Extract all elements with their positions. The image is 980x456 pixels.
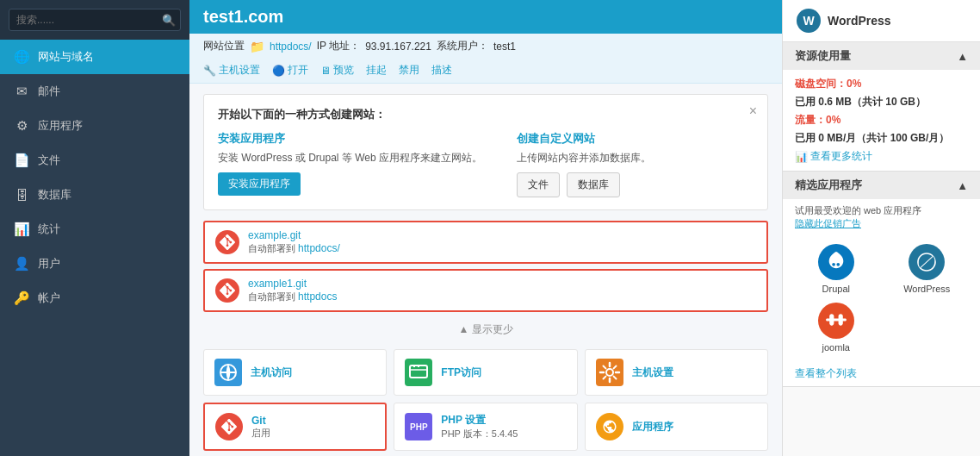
- disable-link[interactable]: 禁用: [399, 63, 419, 78]
- apps-feature-icon: [596, 413, 623, 440]
- location-label: 网站位置: [203, 39, 245, 53]
- sidebar-item-mail[interactable]: ✉ 邮件: [0, 74, 189, 109]
- database-button[interactable]: 数据库: [567, 172, 620, 197]
- resources-header: 资源使用量 ▲: [783, 42, 980, 70]
- info-row1: 网站位置 📁 httpdocs/ IP 地址： 93.91.167.221 系统…: [203, 39, 516, 53]
- host-settings-link[interactable]: 🔧 主机设置: [203, 63, 260, 78]
- git-info-0: example.git 自动部署到 httpdocs/: [248, 229, 340, 255]
- joomla-label: joomla: [822, 342, 850, 353]
- files-button[interactable]: 文件: [517, 172, 560, 197]
- ip-label: IP 地址：: [317, 39, 360, 53]
- drupal-label: Drupal: [822, 284, 850, 294]
- wordpress-label: WordPress: [903, 284, 950, 294]
- git-desc-0: 自动部署到 httpdocs/: [248, 243, 340, 253]
- git-feature-icon: [215, 413, 243, 440]
- git-icon-0: [215, 230, 239, 254]
- mail-icon: ✉: [14, 84, 29, 99]
- right-panel: W WordPress 资源使用量 ▲ 磁盘空间：0% 已用 0.6 MB（共计…: [782, 0, 980, 456]
- feature-subtitle: 启用: [251, 427, 270, 440]
- php-icon: PHP: [405, 413, 432, 440]
- view-all-apps[interactable]: 查看整个列表: [783, 361, 980, 386]
- describe-link[interactable]: 描述: [431, 63, 452, 78]
- feature-apps[interactable]: 应用程序: [585, 403, 768, 451]
- sidebar-item-account[interactable]: 🔑 帐户: [0, 281, 189, 315]
- resources-section: 资源使用量 ▲ 磁盘空间：0% 已用 0.6 MB（共计 10 GB） 流量：0…: [783, 42, 980, 172]
- collapse-featured-icon[interactable]: ▲: [957, 179, 968, 192]
- search-input[interactable]: [9, 9, 181, 31]
- feature-ftp-access[interactable]: FTP访问: [394, 349, 577, 396]
- host-access-icon: [214, 359, 242, 386]
- featured-apps-header: 精选应用程序 ▲: [783, 172, 980, 199]
- close-button[interactable]: ×: [749, 103, 757, 119]
- suspend-link[interactable]: 挂起: [366, 63, 387, 78]
- wp-logo-icon: W: [797, 9, 821, 33]
- collapse-icon[interactable]: ▲: [957, 50, 968, 63]
- feature-title: 主机设置: [632, 365, 673, 380]
- git-target-link-0[interactable]: httpdocs/: [298, 242, 340, 254]
- feature-git[interactable]: Git 启用: [203, 403, 387, 451]
- file-icon: 📄: [14, 153, 29, 168]
- view-more-stats[interactable]: 📊 查看更多统计: [795, 149, 968, 164]
- custom-site-heading: 创建自定义网站: [517, 131, 651, 147]
- traffic-detail-row: 已用 0 MB/月（共计 100 GB/月）: [795, 131, 968, 146]
- git-info-1: example1.git 自动部署到 httpdocs: [248, 278, 337, 303]
- account-icon: 🔑: [14, 290, 29, 306]
- search-icon: 🔍: [162, 14, 176, 27]
- sidebar-item-database[interactable]: 🗄 数据库: [0, 178, 189, 212]
- sidebar-item-users[interactable]: 👤 用户: [0, 247, 189, 281]
- git-target-link-1[interactable]: httpdocs: [298, 290, 337, 303]
- joomla-icon: [818, 303, 854, 339]
- git-item-1[interactable]: example1.git 自动部署到 httpdocs: [203, 269, 768, 312]
- host-settings-icon: [596, 359, 623, 386]
- featured-apps-title: 精选应用程序: [795, 178, 862, 193]
- db-icon: 🗄: [14, 188, 29, 203]
- preview-link[interactable]: 🖥 预览: [320, 63, 354, 78]
- show-more-toggle[interactable]: ▲ 显示更少: [203, 319, 768, 340]
- create-website-box: × 开始以下面的一种方式创建网站： 安装应用程序 安装 WordPress 或 …: [203, 94, 768, 210]
- location-link[interactable]: httpdocs/: [270, 41, 312, 53]
- ftp-icon: [405, 359, 432, 386]
- wordpress-icon: [909, 244, 945, 280]
- git-item-0[interactable]: example.git 自动部署到 httpdocs/: [203, 221, 768, 264]
- folder-icon: 📁: [250, 40, 264, 53]
- svg-point-6: [607, 370, 612, 375]
- custom-site-desc: 上传网站内容并添加数据库。: [517, 150, 651, 166]
- feature-grid: 主机访问 FTP访问: [203, 349, 768, 456]
- wp-title: WordPress: [828, 14, 891, 28]
- info-row2: 🔧 主机设置 🔵 打开 🖥 预览 挂起 禁用 描述: [203, 63, 452, 78]
- sidebar-item-label: 邮件: [38, 84, 60, 99]
- feature-php-text: PHP 设置 PHP 版本：5.4.45: [441, 413, 518, 440]
- create-box-title: 开始以下面的一种方式创建网站：: [218, 107, 754, 122]
- sidebar-item-stats[interactable]: 📊 统计: [0, 212, 189, 247]
- feature-php[interactable]: PHP PHP 设置 PHP 版本：5.4.45: [394, 403, 577, 451]
- app-drupal[interactable]: Drupal: [795, 244, 878, 294]
- feature-title: FTP访问: [441, 365, 481, 380]
- sidebar-item-files[interactable]: 📄 文件: [0, 143, 189, 178]
- app-wordpress[interactable]: WordPress: [886, 244, 969, 294]
- sidebar-item-apps[interactable]: ⚙ 应用程序: [0, 109, 189, 143]
- stats-icon: 📊: [14, 222, 29, 237]
- install-app-heading: 安装应用程序: [218, 131, 482, 147]
- sidebar-item-label: 用户: [38, 256, 60, 272]
- git-link-1[interactable]: example1.git: [248, 278, 337, 290]
- app-grid: Drupal WordPress joomla: [783, 235, 980, 361]
- git-items: example.git 自动部署到 httpdocs/ example1.git…: [203, 221, 768, 312]
- feature-title: PHP 设置: [441, 413, 518, 428]
- feature-host-access-text: 主机访问: [251, 365, 292, 380]
- sidebar-item-label: 网站与域名: [38, 49, 94, 65]
- sidebar-item-label: 统计: [38, 222, 60, 237]
- search-box: 🔍: [0, 0, 189, 40]
- git-link-0[interactable]: example.git: [248, 229, 340, 241]
- hide-promo-link[interactable]: 隐藏此促销广告: [795, 217, 968, 230]
- git-icon-1: [215, 278, 239, 303]
- open-link[interactable]: 🔵 打开: [272, 63, 308, 78]
- install-app-desc: 安装 WordPress 或 Drupal 等 Web 应用程序来建立网站。: [218, 150, 482, 166]
- feature-host-access[interactable]: 主机访问: [203, 349, 387, 396]
- sidebar-item-websites[interactable]: 🌐 网站与域名: [0, 40, 189, 74]
- feature-host-settings[interactable]: 主机设置: [585, 349, 768, 396]
- chart-icon: 📊: [795, 151, 808, 163]
- featured-apps-section: 精选应用程序 ▲ 试用最受欢迎的 web 应用程序 隐藏此促销广告 Drupal: [783, 172, 980, 387]
- install-app-button[interactable]: 安装应用程序: [218, 172, 301, 196]
- sidebar: 🔍 🌐 网站与域名 ✉ 邮件 ⚙ 应用程序 📄 文件 🗄 数据库 📊 统计 👤: [0, 0, 189, 456]
- app-joomla[interactable]: joomla: [795, 303, 878, 353]
